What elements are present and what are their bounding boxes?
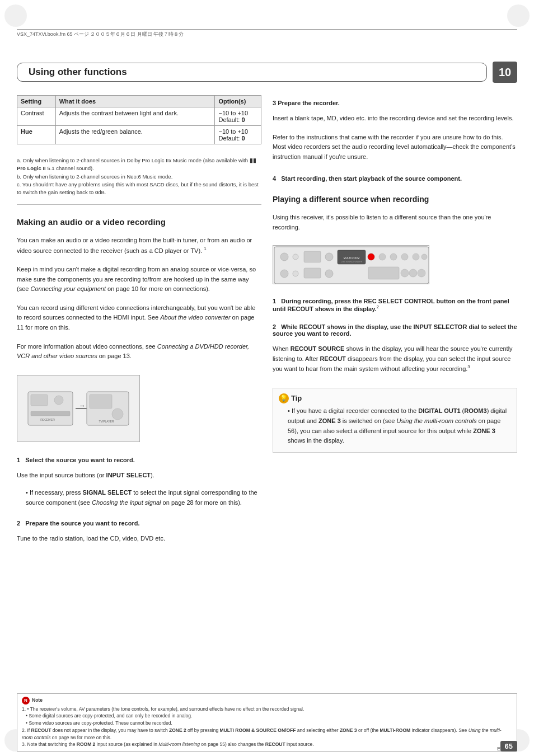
tip-bullet: If you have a digital recorder connected… (288, 406, 511, 445)
setting-desc: Adjusts the contrast between light and d… (55, 107, 215, 126)
svg-point-2 (54, 396, 63, 405)
note-label: Note (32, 697, 43, 704)
col-setting: Setting (17, 96, 56, 107)
svg-point-26 (293, 271, 298, 276)
svg-point-13 (293, 254, 298, 260)
setting-desc: Adjusts the red/green balance. (55, 126, 215, 144)
setting-options: −10 to +10Default: 0 (215, 126, 261, 144)
setting-name: Hue (17, 126, 56, 144)
svg-text:TV/PLAYER: TV/PLAYER (99, 420, 114, 423)
svg-point-22 (401, 253, 408, 260)
note-box: N Note 1. • The receiver's volume, AV pa… (17, 693, 517, 752)
making-recording-para4: For more information about video connect… (17, 342, 261, 361)
svg-point-31 (409, 269, 417, 277)
svg-point-12 (280, 253, 288, 261)
corner-decoration-tl (4, 4, 27, 27)
svg-point-9 (112, 408, 123, 420)
note-item-1: 1. • The receiver's volume, AV parameter… (22, 706, 512, 713)
table-row: Hue Adjusts the red/green balance. −10 t… (17, 126, 261, 144)
step-during-heading: 1 During recording, press the REC SELECT… (273, 298, 517, 312)
svg-point-21 (390, 253, 397, 260)
svg-point-32 (418, 269, 425, 277)
setting-options: −10 to +10Default: 0 (215, 107, 261, 126)
step2-heading: 2 Prepare the source you want to record. (17, 520, 261, 527)
making-recording-heading: Making an audio or a video recording (17, 217, 261, 227)
file-info: VSX_74TXVi.book.fm 65 ページ ２００５年６月６日 月曜日 … (17, 31, 184, 37)
col-whatitdoes: What it does (55, 96, 215, 107)
col-options: Option(s) (215, 96, 261, 107)
tip-heading: 💡 Tip (279, 393, 511, 405)
making-recording-para3: You can record using different video con… (17, 303, 261, 333)
svg-rect-27 (304, 268, 321, 278)
svg-rect-29 (368, 267, 399, 279)
footnotes: a. Only when listening to 2-channel sour… (17, 157, 261, 196)
svg-point-28 (325, 270, 333, 278)
making-recording-para1: You can make an audio or a video recordi… (17, 236, 261, 256)
left-column: Setting What it does Option(s) Contrast … (17, 95, 261, 722)
playing-diff-para: Using this receiver, it's possible to li… (273, 213, 517, 232)
step3-para1: Insert a blank tape, MD, video etc. into… (273, 114, 517, 124)
svg-point-15 (325, 253, 333, 261)
svg-point-25 (280, 270, 288, 278)
tip-box: 💡 Tip If you have a digital recorder con… (273, 388, 517, 453)
corner-decoration-tr (507, 4, 530, 27)
step1-sub: Use the input source buttons (or INPUT S… (17, 471, 261, 481)
svg-point-23 (413, 253, 419, 260)
step1-bullet: If necessary, press SIGNAL SELECT to sel… (26, 488, 261, 508)
footnote-b: b. Only when listening to 2-channel sour… (17, 173, 261, 181)
device-image-left: RECEIVER ⟶ TV/PLAYER (17, 375, 140, 442)
chapter-number: 10 (493, 62, 517, 83)
svg-point-24 (421, 254, 427, 260)
main-content: Setting What it does Option(s) Contrast … (17, 95, 517, 722)
svg-text:LITE SOURCE ON/OFF: LITE SOURCE ON/OFF (341, 261, 362, 263)
chapter-title-box: Using other functions (17, 63, 487, 82)
note-heading: N Note (22, 697, 512, 705)
right-column: 3 Prepare the recorder. Insert a blank t… (273, 95, 517, 722)
divider (17, 204, 261, 205)
svg-point-30 (401, 269, 409, 277)
step3-heading: 3 Prepare the recorder. (273, 100, 517, 106)
footnote-a: a. Only when listening to 2-channel sour… (17, 157, 261, 173)
page-number: 65 (500, 741, 517, 752)
svg-point-19 (368, 253, 374, 260)
tip-label: Tip (291, 393, 302, 405)
settings-table: Setting What it does Option(s) Contrast … (17, 95, 261, 144)
device-image-right: MULTI ROOM LITE SOURCE ON/OFF (273, 245, 429, 284)
svg-rect-1 (31, 395, 48, 406)
step1-heading: 1 Select the source you want to record. (17, 457, 261, 463)
svg-point-20 (379, 253, 386, 260)
making-recording-para2: Keep in mind you can't make a digital re… (17, 265, 261, 294)
step3-para2: Refer to the instructions that came with… (273, 133, 517, 162)
setting-name: Contrast (17, 107, 56, 126)
chapter-title: Using other functions (29, 67, 127, 77)
step2-sub: Tune to the radio station, load the CD, … (17, 534, 261, 544)
chapter-title-container: Using other functions 10 (17, 60, 517, 84)
svg-rect-8 (90, 395, 112, 408)
note-item-5: 3. Note that switching the ROOM 2 input … (22, 741, 512, 748)
tip-icon: 💡 (279, 393, 289, 403)
step-recout-heading: 2 While RECOUT shows in the display, use… (273, 323, 517, 337)
svg-rect-14 (304, 251, 321, 262)
step4-heading: 4 Start recording, then start playback o… (273, 175, 517, 182)
note-item-2: • Some digital sources are copy-protecte… (22, 712, 512, 720)
footnote-c: c. You shouldn't have any problems using… (17, 181, 261, 197)
svg-text:⟶: ⟶ (80, 404, 84, 407)
step-recout-para: When RECOUT SOURCE shows in the display,… (273, 344, 517, 374)
playing-diff-heading: Playing a different source when recordin… (273, 195, 517, 204)
note-icon: N (22, 697, 30, 705)
header-bar: VSX_74TXVi.book.fm 65 ページ ２００５年６月６日 月曜日 … (17, 29, 517, 37)
svg-text:RECEIVER: RECEIVER (40, 418, 55, 421)
svg-rect-3 (31, 411, 70, 416)
table-row: Contrast Adjusts the contrast between li… (17, 107, 261, 126)
svg-text:MULTI ROOM: MULTI ROOM (344, 257, 360, 260)
note-item-3: • Some video sources are copy-protected.… (22, 720, 512, 727)
note-item-4: 2. If RECOUT does not appear in the disp… (22, 727, 512, 741)
